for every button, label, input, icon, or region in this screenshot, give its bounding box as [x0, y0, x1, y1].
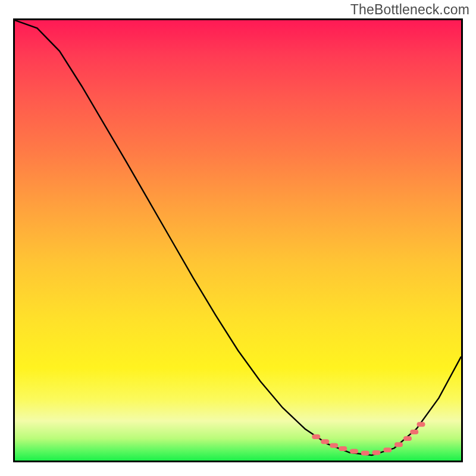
bead-marker [330, 443, 338, 448]
bead-marker [417, 422, 425, 427]
bead-marker [394, 442, 403, 447]
bead-marker [312, 434, 320, 439]
bead-marker [361, 450, 369, 455]
plot-frame [13, 18, 463, 462]
bead-marker [410, 430, 418, 434]
chart-root: TheBottleneck.com [0, 0, 476, 476]
bead-marker [339, 446, 347, 451]
bead-marker [383, 447, 392, 452]
bead-layer [15, 20, 461, 461]
bead-group [312, 422, 425, 455]
bead-marker [350, 449, 358, 453]
watermark-text: TheBottleneck.com [350, 2, 469, 18]
bead-marker [321, 439, 329, 444]
bead-marker [403, 436, 412, 441]
bead-marker [372, 450, 381, 455]
